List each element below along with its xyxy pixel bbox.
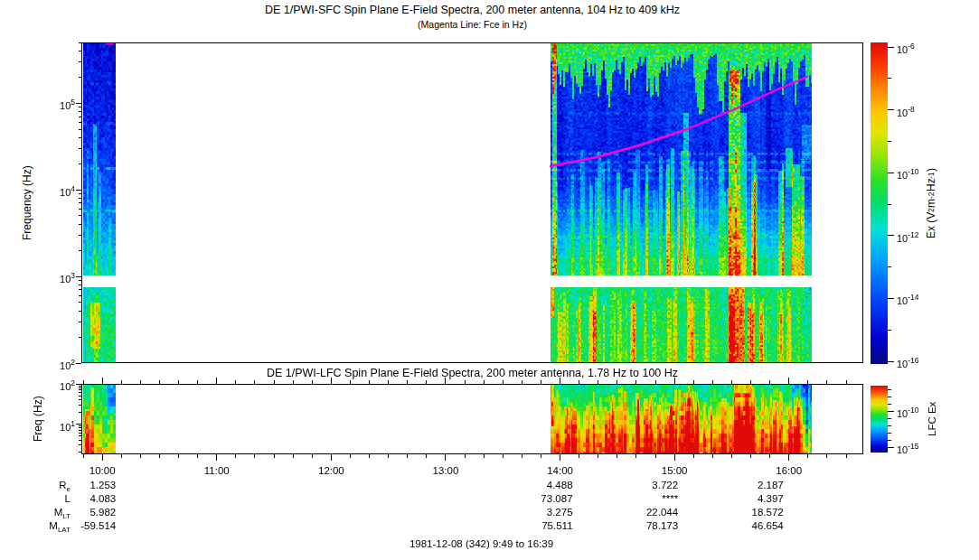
sfc-colorbar-label: Ex (V2 m-2 Hz-1) [924, 41, 938, 366]
eph-value: 46.654 [720, 520, 784, 532]
sfc-cb-major-tick [888, 235, 894, 236]
x-minor-tick [350, 454, 351, 458]
x-minor-tick [235, 454, 236, 458]
lfc-y-axis-label: Freq (Hz) [31, 384, 45, 454]
eph-value: 75.511 [510, 520, 573, 532]
eph-row-label: L [7, 493, 71, 505]
sfc-cb-minor-tick [888, 266, 891, 267]
x-minor-tick [731, 454, 732, 458]
lfc-cb-minor-tick [888, 404, 891, 405]
sfc-colorbar [871, 42, 888, 364]
eph-value: 4.488 [510, 480, 573, 491]
eph-value: -59.514 [52, 520, 116, 532]
sfc-cb-minor-tick [888, 330, 891, 331]
x-minor-tick [826, 454, 827, 458]
lfc-cb-minor-tick [888, 389, 891, 390]
sfc-cb-major-tick [888, 109, 894, 110]
eph-value: 73.087 [510, 493, 573, 505]
x-major-tick [788, 454, 789, 461]
x-minor-tick [598, 454, 598, 458]
x-minor-tick [655, 454, 656, 458]
eph-value: 78.173 [615, 520, 678, 532]
x-minor-tick [693, 454, 694, 458]
x-minor-tick [121, 454, 122, 458]
eph-value: 5.982 [52, 507, 116, 518]
x-major-tick [331, 454, 332, 461]
sfc-y-tick-label: 104 [36, 183, 75, 199]
eph-value: 3.722 [615, 480, 678, 491]
lfc-cb-minor-tick [888, 418, 891, 419]
sfc-y-tick-label: 105 [36, 97, 75, 112]
x-major-tick [445, 454, 446, 461]
x-minor-tick [369, 454, 370, 458]
x-minor-tick [83, 454, 84, 458]
sfc-y-tick-label: 102 [36, 357, 75, 372]
x-major-tick [674, 454, 675, 461]
date-range-footer: 1981-12-08 (342) 9:49 to 16:39 [81, 538, 881, 549]
x-minor-tick [159, 454, 160, 458]
sfc-cb-minor-tick [888, 78, 891, 79]
x-tick-label: 14:00 [533, 465, 588, 477]
eph-value: 4.397 [720, 493, 784, 505]
lfc-cb-minor-tick [888, 440, 891, 441]
x-minor-tick [465, 454, 466, 458]
x-major-tick [560, 454, 560, 461]
x-minor-tick [846, 454, 847, 458]
eph-value: 22.044 [615, 507, 678, 518]
x-minor-tick [407, 454, 408, 458]
eph-row-label: MLT [7, 507, 71, 522]
x-minor-tick [522, 454, 522, 458]
lfc-cb-major-tick [888, 411, 894, 412]
eph-value: 18.572 [720, 507, 784, 518]
x-minor-tick [635, 454, 636, 458]
x-minor-tick [178, 454, 179, 458]
lfc-cb-major-tick [888, 447, 894, 448]
sfc-y-tick-label: 103 [36, 270, 75, 285]
x-minor-tick [807, 454, 808, 458]
x-minor-tick [254, 454, 255, 458]
sfc-y-axis-label: Frequency (Hz) [20, 42, 34, 363]
sfc-cb-major-tick [888, 47, 894, 48]
x-tick-label: 11:00 [190, 465, 244, 477]
eph-value: 4.083 [52, 493, 116, 505]
x-minor-tick [541, 454, 541, 458]
x-minor-tick [503, 454, 504, 458]
x-minor-tick [388, 454, 389, 458]
eph-value: **** [615, 493, 678, 505]
x-minor-tick [712, 454, 713, 458]
x-tick-label: 15:00 [647, 465, 701, 477]
spectrogram-figure: DE 1/PWI-SFC Spin Plane E-Field Spectra,… [0, 0, 979, 560]
eph-value: 1.253 [52, 480, 116, 491]
sfc-cb-minor-tick [888, 204, 891, 205]
x-minor-tick [140, 454, 141, 458]
fce-subtitle: (Magenta Line: Fce in Hz) [81, 19, 863, 30]
lfc-colorbar-label: LFC Ex [926, 386, 938, 453]
sfc-spectrogram-canvas [81, 42, 863, 363]
x-minor-tick [484, 454, 485, 458]
lfc-cb-minor-tick [888, 397, 891, 397]
sfc-cb-major-tick [888, 298, 894, 299]
x-minor-tick [579, 454, 579, 458]
eph-row-label: MLAT [7, 520, 71, 536]
sfc-title: DE 1/PWI-SFC Spin Plane E-Field Spectra,… [81, 4, 863, 16]
x-major-tick [216, 454, 217, 461]
x-minor-tick [426, 454, 427, 458]
lfc-colorbar [871, 386, 888, 453]
x-tick-label: 10:00 [75, 465, 129, 477]
eph-value: 3.275 [510, 507, 573, 518]
x-minor-tick [312, 454, 313, 458]
x-major-tick [102, 454, 103, 461]
x-tick-label: 13:00 [419, 465, 473, 477]
lfc-spectrogram-canvas [81, 384, 863, 454]
x-minor-tick [617, 454, 617, 458]
eph-row-label: Re [7, 480, 71, 495]
x-tick-label: 12:00 [304, 465, 358, 477]
x-minor-tick [750, 454, 751, 458]
x-minor-tick [274, 454, 275, 458]
x-minor-tick [197, 454, 198, 458]
lfc-title: DE 1/PWI-LFC Spin Plane E-Field Spectra,… [81, 367, 863, 379]
sfc-cb-major-tick [888, 173, 894, 173]
lfc-cb-minor-tick [888, 425, 891, 426]
x-tick-label: 16:00 [762, 465, 816, 477]
x-minor-tick [293, 454, 294, 458]
